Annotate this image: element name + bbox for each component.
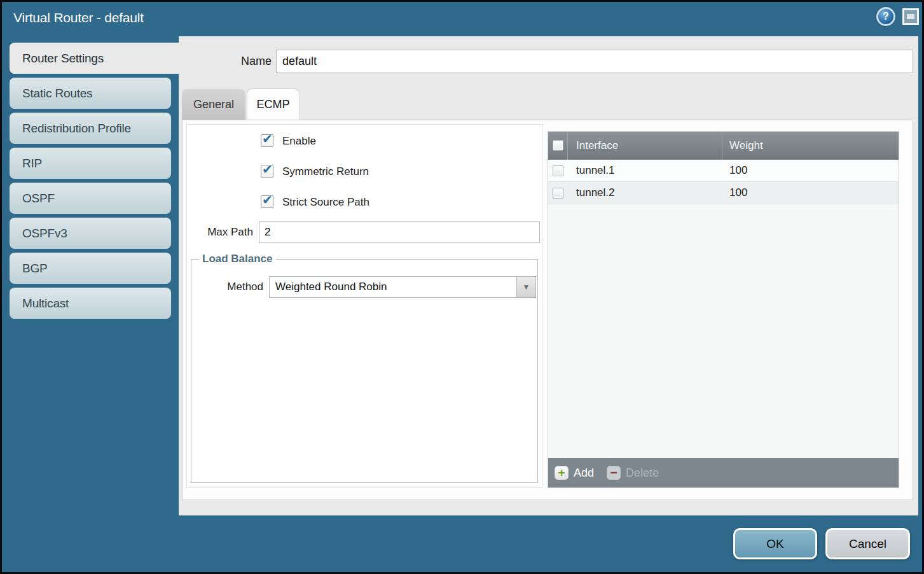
tab-ecmp[interactable]: ECMP [247, 89, 299, 120]
column-header-interface[interactable]: Interface [576, 132, 618, 160]
check-icon: ✔ [262, 162, 273, 177]
select-all-checkbox[interactable] [553, 140, 563, 151]
load-balance-legend: Load Balance [199, 253, 276, 265]
virtual-router-dialog: Virtual Router - default ? Router Settin… [0, 0, 924, 574]
row-checkbox[interactable] [553, 165, 563, 176]
enable-checkbox[interactable]: ✔ [261, 134, 273, 147]
max-path-input[interactable] [259, 221, 540, 243]
interface-cell: tunnel.1 [576, 160, 615, 181]
name-label: Name [179, 50, 272, 73]
weight-cell: 100 [729, 160, 747, 181]
content-area: Name General ECMP ✔ Enable ✔ Symmetric R… [179, 36, 918, 515]
delete-icon[interactable]: − [607, 466, 621, 480]
interface-table: Interface Weight tunnel.1 100 tunnel.2 1… [548, 131, 899, 488]
restore-window-glyph [907, 14, 914, 19]
add-button[interactable]: Add [574, 458, 594, 487]
title-bar: Virtual Router - default ? [2, 2, 922, 36]
sidebar-item-bgp[interactable]: BGP [10, 253, 171, 284]
strict-source-path-label: Strict Source Path [282, 195, 369, 209]
tab-general[interactable]: General [182, 89, 245, 120]
table-row[interactable]: tunnel.1 100 [548, 160, 899, 182]
method-label: Method [191, 276, 263, 298]
sidebar-item-multicast[interactable]: Multicast [10, 288, 171, 319]
sidebar-item-router-settings[interactable]: Router Settings [10, 43, 179, 74]
load-balance-fieldset: Load Balance Method Weighted Round Robin… [191, 259, 538, 483]
symmetric-return-checkbox[interactable]: ✔ [261, 165, 273, 178]
ecmp-form-panel: ✔ Enable ✔ Symmetric Return ✔ Strict Sou… [186, 124, 542, 488]
sidebar-item-redistribution-profile[interactable]: Redistribution Profile [10, 113, 171, 144]
table-empty-area [548, 204, 899, 458]
add-icon[interactable]: + [555, 466, 569, 480]
method-value: Weighted Round Robin [275, 277, 387, 297]
max-path-label: Max Path [187, 221, 253, 243]
delete-button[interactable]: Delete [626, 458, 659, 487]
weight-cell: 100 [729, 182, 747, 204]
chevron-down-icon[interactable]: ▼ [516, 277, 535, 297]
ok-button[interactable]: OK [733, 528, 817, 559]
sidebar-item-static-routes[interactable]: Static Routes [10, 78, 171, 109]
row-checkbox[interactable] [553, 188, 563, 199]
check-icon: ✔ [262, 131, 273, 146]
name-input[interactable] [276, 50, 913, 73]
ecmp-panel: ✔ Enable ✔ Symmetric Return ✔ Strict Sou… [182, 120, 913, 500]
method-dropdown[interactable]: Weighted Round Robin ▼ [269, 276, 536, 298]
table-header: Interface Weight [548, 132, 899, 160]
restore-window-icon[interactable] [902, 8, 919, 25]
column-header-weight[interactable]: Weight [729, 132, 763, 160]
sidebar-item-ospf[interactable]: OSPF [10, 183, 171, 214]
table-footer: + Add − Delete [548, 458, 899, 487]
column-divider [567, 132, 568, 160]
sidebar-item-rip[interactable]: RIP [10, 148, 171, 179]
column-divider [722, 132, 722, 160]
table-row[interactable]: tunnel.2 100 [548, 182, 899, 204]
cancel-button[interactable]: Cancel [825, 528, 910, 559]
sidebar-item-ospfv3[interactable]: OSPFv3 [10, 218, 171, 249]
help-icon[interactable]: ? [876, 7, 895, 26]
interface-cell: tunnel.2 [576, 182, 615, 204]
dialog-title: Virtual Router - default [13, 10, 144, 25]
enable-label: Enable [282, 134, 316, 148]
check-icon: ✔ [262, 192, 273, 207]
symmetric-return-label: Symmetric Return [282, 165, 369, 179]
strict-source-path-checkbox[interactable]: ✔ [261, 195, 273, 208]
